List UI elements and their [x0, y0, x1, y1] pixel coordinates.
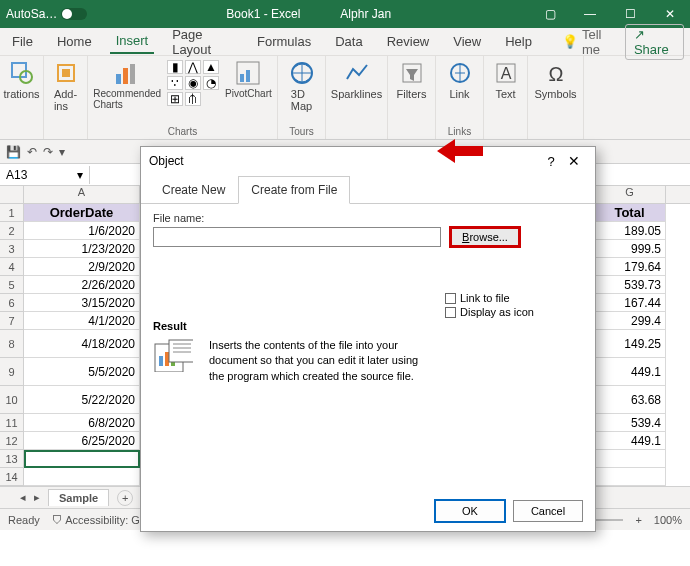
cell[interactable]: [594, 468, 666, 486]
scatter-icon[interactable]: ∵: [167, 76, 183, 90]
cell[interactable]: [594, 450, 666, 468]
cell[interactable]: [24, 468, 140, 486]
name-box[interactable]: A13 ▾: [0, 166, 90, 184]
cell[interactable]: 449.1: [594, 432, 666, 450]
chart-type-grid[interactable]: ▮⋀▲ ∵◉◔ ⊞⫛: [167, 60, 219, 106]
row-header[interactable]: 14: [0, 468, 24, 486]
header-cell[interactable]: Total: [594, 204, 666, 222]
dialog-close-button[interactable]: ✕: [561, 153, 587, 169]
column-header-g[interactable]: G: [594, 186, 666, 203]
select-all-corner[interactable]: [0, 186, 24, 203]
cell[interactable]: 539.73: [594, 276, 666, 294]
redo-icon[interactable]: ↷: [43, 145, 53, 159]
cell[interactable]: 179.64: [594, 258, 666, 276]
row-header[interactable]: 4: [0, 258, 24, 276]
row-header[interactable]: 8: [0, 330, 24, 358]
save-icon[interactable]: 💾: [6, 145, 21, 159]
autosave-toggle[interactable]: AutoSa…: [0, 7, 87, 21]
cell[interactable]: 63.68: [594, 386, 666, 414]
row-header[interactable]: 9: [0, 358, 24, 386]
row-header[interactable]: 11: [0, 414, 24, 432]
tell-me-search[interactable]: 💡 Tell me: [562, 27, 613, 57]
sheet-nav-next[interactable]: ▸: [34, 491, 40, 504]
cell[interactable]: 6/8/2020: [24, 414, 140, 432]
cell[interactable]: 5/22/2020: [24, 386, 140, 414]
area-chart-icon[interactable]: ▲: [203, 60, 219, 74]
cell[interactable]: 189.05: [594, 222, 666, 240]
undo-icon[interactable]: ↶: [27, 145, 37, 159]
row-header[interactable]: 1: [0, 204, 24, 222]
row-header[interactable]: 3: [0, 240, 24, 258]
tab-view[interactable]: View: [447, 30, 487, 53]
tab-insert[interactable]: Insert: [110, 29, 155, 54]
3d-map-button[interactable]: 3D Map: [282, 60, 322, 112]
cell[interactable]: 2/9/2020: [24, 258, 140, 276]
row-header[interactable]: 12: [0, 432, 24, 450]
cell[interactable]: 5/5/2020: [24, 358, 140, 386]
filters-button[interactable]: Filters: [392, 60, 432, 100]
row-header[interactable]: 13: [0, 450, 24, 468]
qat-dropdown-icon[interactable]: ▾: [59, 145, 65, 159]
row-header[interactable]: 6: [0, 294, 24, 312]
tab-data[interactable]: Data: [329, 30, 368, 53]
column-header-a[interactable]: A: [24, 186, 140, 203]
cell[interactable]: 149.25: [594, 330, 666, 358]
cell[interactable]: 167.44: [594, 294, 666, 312]
cell[interactable]: 4/1/2020: [24, 312, 140, 330]
map-chart-icon[interactable]: ◉: [185, 76, 201, 90]
tab-formulas[interactable]: Formulas: [251, 30, 317, 53]
cell[interactable]: 539.4: [594, 414, 666, 432]
zoom-level[interactable]: 100%: [654, 514, 682, 526]
tab-home[interactable]: Home: [51, 30, 98, 53]
tab-page-layout[interactable]: Page Layout: [166, 23, 239, 61]
sheet-tab[interactable]: Sample: [48, 489, 109, 506]
bar-chart-icon[interactable]: ▮: [167, 60, 183, 74]
illustrations-button[interactable]: trations: [2, 60, 42, 100]
pivotchart-button[interactable]: PivotChart: [225, 60, 272, 99]
row-header[interactable]: 7: [0, 312, 24, 330]
tab-create-from-file[interactable]: Create from File: [238, 176, 350, 204]
minimize-button[interactable]: —: [570, 0, 610, 28]
cell[interactable]: 1/23/2020: [24, 240, 140, 258]
text-button[interactable]: A Text: [486, 60, 526, 100]
pie-chart-icon[interactable]: ◔: [203, 76, 219, 90]
cell[interactable]: 6/25/2020: [24, 432, 140, 450]
tab-help[interactable]: Help: [499, 30, 538, 53]
tab-review[interactable]: Review: [381, 30, 436, 53]
new-sheet-button[interactable]: +: [117, 490, 133, 506]
row-header[interactable]: 5: [0, 276, 24, 294]
hist-icon[interactable]: ⊞: [167, 92, 183, 106]
cell[interactable]: 4/18/2020: [24, 330, 140, 358]
cell[interactable]: [24, 450, 140, 468]
zoom-in-button[interactable]: +: [635, 514, 641, 526]
recommended-charts-button[interactable]: Recommended Charts: [93, 60, 161, 110]
link-button[interactable]: Link: [440, 60, 480, 100]
row-header[interactable]: 10: [0, 386, 24, 414]
help-button[interactable]: ?: [541, 154, 561, 169]
cell[interactable]: 299.4: [594, 312, 666, 330]
file-name-input[interactable]: [153, 227, 441, 247]
sheet-nav-prev[interactable]: ◂: [20, 491, 26, 504]
ok-button[interactable]: OK: [435, 500, 505, 522]
tab-file[interactable]: File: [6, 30, 39, 53]
cell[interactable]: 1/6/2020: [24, 222, 140, 240]
cell[interactable]: 2/26/2020: [24, 276, 140, 294]
display-as-icon-checkbox[interactable]: Display as icon: [445, 306, 534, 318]
share-label: ↗ Share: [634, 27, 669, 57]
link-to-file-checkbox[interactable]: Link to file: [445, 292, 534, 304]
ribbon-options-icon[interactable]: ▢: [530, 0, 570, 28]
addins-button[interactable]: Add- ins: [46, 60, 86, 112]
browse-button[interactable]: BBrowse...rowse...: [449, 226, 521, 248]
share-button[interactable]: ↗ Share: [625, 24, 684, 60]
cancel-button[interactable]: Cancel: [513, 500, 583, 522]
tab-create-new[interactable]: Create New: [149, 176, 238, 204]
cell[interactable]: 999.5: [594, 240, 666, 258]
combo-icon[interactable]: ⫛: [185, 92, 201, 106]
line-chart-icon[interactable]: ⋀: [185, 60, 201, 74]
symbols-button[interactable]: Ω Symbols: [534, 60, 576, 100]
cell[interactable]: 449.1: [594, 358, 666, 386]
sparklines-button[interactable]: Sparklines: [331, 60, 382, 100]
row-header[interactable]: 2: [0, 222, 24, 240]
header-cell[interactable]: OrderDate: [24, 204, 140, 222]
cell[interactable]: 3/15/2020: [24, 294, 140, 312]
